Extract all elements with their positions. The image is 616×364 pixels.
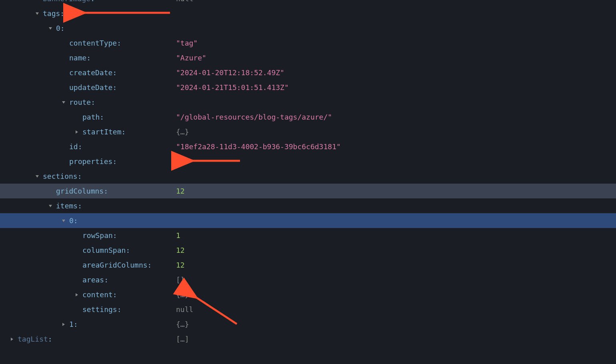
tree-row[interactable]: content:{…} <box>0 287 616 302</box>
svg-marker-2 <box>62 101 65 104</box>
property-key: columnSpan <box>82 243 126 258</box>
property-key: properties <box>69 154 112 169</box>
property-value: {…} <box>176 290 189 299</box>
tree-row[interactable]: contentType:"tag" <box>0 36 616 50</box>
chevron-right-icon[interactable] <box>9 337 15 341</box>
tree-row[interactable]: startItem:{…} <box>0 124 616 139</box>
property-key: route <box>69 95 91 110</box>
property-key: name <box>69 50 86 65</box>
chevron-down-icon[interactable] <box>47 204 54 208</box>
chevron-down-icon[interactable] <box>34 174 40 178</box>
tree-row[interactable]: tagList:[…] <box>0 332 616 346</box>
property-value: 12 <box>176 246 185 254</box>
svg-marker-0 <box>36 12 39 15</box>
svg-marker-9 <box>11 338 13 341</box>
property-value: "2024-01-20T12:18:52.49Z" <box>176 68 284 77</box>
tree-row[interactable]: gridColumns:12 <box>0 184 616 198</box>
chevron-down-icon[interactable] <box>34 12 40 16</box>
property-value: {…} <box>176 128 189 136</box>
chevron-down-icon[interactable] <box>47 26 54 30</box>
property-key: items <box>56 198 78 213</box>
tree-row[interactable]: sections: <box>0 169 616 184</box>
property-value: 1 <box>176 231 180 240</box>
chevron-down-icon[interactable] <box>60 219 67 223</box>
property-key: updateDate <box>69 80 112 95</box>
tree-row[interactable]: settings:null <box>0 302 616 317</box>
property-value: "18ef2a28-11d3-4002-b936-39bc6c6d3181" <box>176 142 341 151</box>
property-key: createDate <box>69 65 112 80</box>
svg-marker-3 <box>76 130 78 134</box>
tree-row[interactable]: updateDate:"2024-01-21T15:01:51.413Z" <box>0 80 616 95</box>
svg-marker-5 <box>49 205 52 207</box>
tree-row[interactable]: 0: <box>0 213 616 228</box>
property-key: areaGridColumns <box>82 258 148 272</box>
tree-row[interactable]: rowSpan:1 <box>0 228 616 243</box>
property-value: […] <box>176 335 189 343</box>
json-tree: bannerImage:nulltags:0:contentType:"tag"… <box>0 0 616 346</box>
property-key: 0 <box>69 213 74 228</box>
property-value: "/global-resources/blog-tags/azure/" <box>176 113 332 121</box>
property-value: [] <box>176 276 185 284</box>
property-key: tagList <box>18 332 48 346</box>
property-key: path <box>82 110 100 124</box>
tree-row[interactable]: items: <box>0 198 616 213</box>
chevron-down-icon[interactable] <box>60 100 67 104</box>
property-key: 1 <box>69 317 74 332</box>
property-value: {…} <box>176 320 189 328</box>
property-key: id <box>69 139 78 154</box>
tree-row[interactable]: 1:{…} <box>0 317 616 332</box>
property-value: 12 <box>176 261 185 269</box>
property-key: areas <box>82 272 104 287</box>
tree-row[interactable]: areas:[] <box>0 272 616 287</box>
tree-row[interactable]: bannerImage:null <box>0 0 616 6</box>
property-value: "2024-01-21T15:01:51.413Z" <box>176 83 289 92</box>
svg-marker-7 <box>76 293 78 296</box>
tree-row[interactable]: columnSpan:12 <box>0 243 616 258</box>
tree-row[interactable]: path:"/global-resources/blog-tags/azure/… <box>0 110 616 124</box>
svg-marker-8 <box>62 323 65 326</box>
tree-row[interactable]: name:"Azure" <box>0 50 616 65</box>
property-value: null <box>176 0 193 3</box>
property-key: content <box>82 287 113 302</box>
property-value: null <box>176 305 193 314</box>
property-value: "Azure" <box>176 54 206 62</box>
property-key: gridColumns <box>56 184 104 198</box>
property-key: settings <box>82 302 117 317</box>
tree-row[interactable]: route: <box>0 95 616 110</box>
chevron-right-icon[interactable] <box>74 130 80 134</box>
property-key: rowSpan <box>82 228 113 243</box>
property-value: {} <box>176 157 185 166</box>
property-value: "tag" <box>176 39 198 47</box>
property-value: 12 <box>176 187 185 195</box>
property-key: bannerImage <box>43 0 90 6</box>
svg-marker-6 <box>62 220 65 222</box>
tree-row[interactable]: id:"18ef2a28-11d3-4002-b936-39bc6c6d3181… <box>0 139 616 154</box>
tree-row[interactable]: properties:{} <box>0 154 616 169</box>
property-key: startItem <box>82 124 122 139</box>
property-key: contentType <box>69 36 117 50</box>
chevron-right-icon[interactable] <box>74 293 80 297</box>
tree-row[interactable]: areaGridColumns:12 <box>0 258 616 272</box>
chevron-right-icon[interactable] <box>60 322 67 326</box>
property-key: sections <box>43 169 78 184</box>
tree-row[interactable]: 0: <box>0 21 616 36</box>
tree-row[interactable]: tags: <box>0 6 616 21</box>
svg-marker-1 <box>49 27 52 30</box>
property-key: 0 <box>56 21 60 36</box>
tree-row[interactable]: createDate:"2024-01-20T12:18:52.49Z" <box>0 65 616 80</box>
svg-marker-4 <box>36 175 39 178</box>
property-key: tags <box>43 6 60 21</box>
